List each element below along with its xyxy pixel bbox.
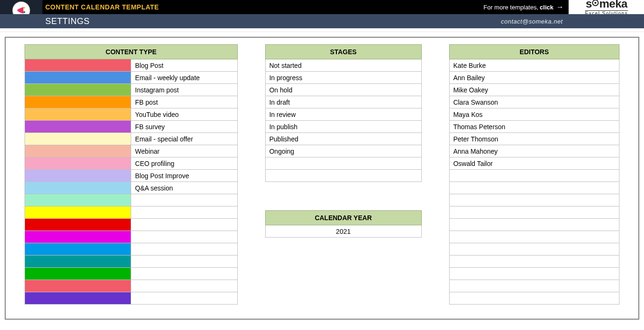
stage-row: In publish xyxy=(265,121,421,133)
editor-name[interactable] xyxy=(449,280,619,292)
editor-name[interactable]: Oswald Tailor xyxy=(449,157,619,170)
more-templates-link[interactable]: For more templates, click → xyxy=(484,0,569,14)
editor-row xyxy=(449,243,619,256)
stage-label[interactable]: Published xyxy=(265,133,421,145)
editor-name[interactable] xyxy=(449,268,619,280)
stage-label[interactable]: In draft xyxy=(265,96,421,108)
stage-label[interactable] xyxy=(265,170,421,182)
stage-label[interactable]: Ongoing xyxy=(265,145,421,157)
stage-row: Ongoing xyxy=(265,145,421,157)
content-type-row xyxy=(25,194,238,206)
color-swatch[interactable] xyxy=(25,59,131,72)
color-swatch[interactable] xyxy=(25,96,131,108)
color-swatch[interactable] xyxy=(25,243,131,256)
color-swatch[interactable] xyxy=(25,145,131,157)
color-swatch[interactable] xyxy=(25,182,131,194)
editor-name[interactable]: Mike Oakey xyxy=(449,84,619,96)
stage-label[interactable]: In review xyxy=(265,108,421,121)
color-swatch[interactable] xyxy=(25,108,131,121)
stage-label[interactable]: In progress xyxy=(265,72,421,84)
color-swatch[interactable] xyxy=(25,219,131,231)
color-swatch[interactable] xyxy=(25,256,131,268)
content-type-label[interactable]: Email - weekly update xyxy=(131,72,237,84)
editor-row xyxy=(449,256,619,268)
content-type-label[interactable] xyxy=(131,268,237,280)
content-type-label[interactable] xyxy=(131,219,237,231)
content-type-label[interactable]: Email - special offer xyxy=(131,133,237,145)
editor-row xyxy=(449,182,619,194)
content-type-table: CONTENT TYPE Blog PostEmail - weekly upd… xyxy=(25,44,238,305)
color-swatch[interactable] xyxy=(25,280,131,292)
content-type-label[interactable]: CEO profiling xyxy=(131,157,237,170)
content-type-label[interactable] xyxy=(131,243,237,256)
color-swatch[interactable] xyxy=(25,84,131,96)
content-type-label[interactable]: Blog Post Improve xyxy=(131,170,237,182)
editors-table: EDITORS Kate BurkeAnn BaileyMike OakeyCl… xyxy=(449,44,619,305)
editor-row xyxy=(449,231,619,243)
color-swatch[interactable] xyxy=(25,121,131,133)
content-type-label[interactable] xyxy=(131,280,237,292)
editor-name[interactable] xyxy=(449,256,619,268)
content-type-label[interactable] xyxy=(131,292,237,305)
content-type-label[interactable] xyxy=(131,231,237,243)
content-type-label[interactable]: Q&A session xyxy=(131,182,237,194)
sub-bar: SETTINGS contact@someka.net xyxy=(0,14,644,28)
editor-row: Kate Burke xyxy=(449,59,619,72)
color-swatch[interactable] xyxy=(25,231,131,243)
stage-label[interactable] xyxy=(265,157,421,170)
calendar-year-value[interactable]: 2021 xyxy=(265,225,421,238)
contact-email[interactable]: contact@someka.net xyxy=(501,14,563,28)
editor-row xyxy=(449,268,619,280)
content-type-label[interactable]: Instagram post xyxy=(131,84,237,96)
content-type-label[interactable]: FB survey xyxy=(131,121,237,133)
color-swatch[interactable] xyxy=(25,157,131,170)
color-swatch[interactable] xyxy=(25,206,131,219)
content-type-label[interactable]: FB post xyxy=(131,96,237,108)
editor-name[interactable] xyxy=(449,194,619,206)
color-swatch[interactable] xyxy=(25,170,131,182)
editor-name[interactable]: Peter Thomson xyxy=(449,133,619,145)
editor-name[interactable] xyxy=(449,206,619,219)
content-type-label[interactable]: YouTube video xyxy=(131,108,237,121)
editor-name[interactable] xyxy=(449,292,619,305)
brand-logo[interactable]: smeka Excel Solutions xyxy=(569,0,644,14)
editor-name[interactable] xyxy=(449,231,619,243)
editor-name[interactable]: Ann Bailey xyxy=(449,72,619,84)
svg-point-0 xyxy=(24,7,25,9)
editor-name[interactable] xyxy=(449,219,619,231)
editor-name[interactable]: Thomas Peterson xyxy=(449,121,619,133)
editor-row xyxy=(449,292,619,305)
stage-label[interactable]: On hold xyxy=(265,84,421,96)
template-title: CONTENT CALENDAR TEMPLATE xyxy=(42,0,484,14)
content-type-row xyxy=(25,243,238,256)
editor-name[interactable] xyxy=(449,182,619,194)
content-type-label[interactable] xyxy=(131,206,237,219)
brand-dot-icon xyxy=(592,0,599,6)
editor-name[interactable] xyxy=(449,170,619,182)
content-type-row: FB survey xyxy=(25,121,238,133)
content-type-label[interactable]: Blog Post xyxy=(131,59,237,72)
stage-row: In progress xyxy=(265,72,421,84)
svg-rect-1 xyxy=(23,11,25,13)
content-type-label[interactable]: Webinar xyxy=(131,145,237,157)
color-swatch[interactable] xyxy=(25,133,131,145)
editor-name[interactable]: Kate Burke xyxy=(449,59,619,72)
editors-header: EDITORS xyxy=(449,45,619,59)
content-type-label[interactable] xyxy=(131,194,237,206)
color-swatch[interactable] xyxy=(25,292,131,305)
editor-name[interactable] xyxy=(449,243,619,256)
editor-name[interactable]: Maya Kos xyxy=(449,108,619,121)
color-swatch[interactable] xyxy=(25,194,131,206)
editor-name[interactable]: Anna Mahoney xyxy=(449,145,619,157)
brand-name: smeka xyxy=(585,0,628,9)
content-type-row xyxy=(25,256,238,268)
content-type-row: Blog Post xyxy=(25,59,238,72)
color-swatch[interactable] xyxy=(25,268,131,280)
content-type-label[interactable] xyxy=(131,256,237,268)
stage-label[interactable]: In publish xyxy=(265,121,421,133)
stage-label[interactable]: Not started xyxy=(265,59,421,72)
color-swatch[interactable] xyxy=(25,72,131,84)
editor-row: Oswald Tailor xyxy=(449,157,619,170)
content-type-row xyxy=(25,280,238,292)
editor-name[interactable]: Clara Swanson xyxy=(449,96,619,108)
